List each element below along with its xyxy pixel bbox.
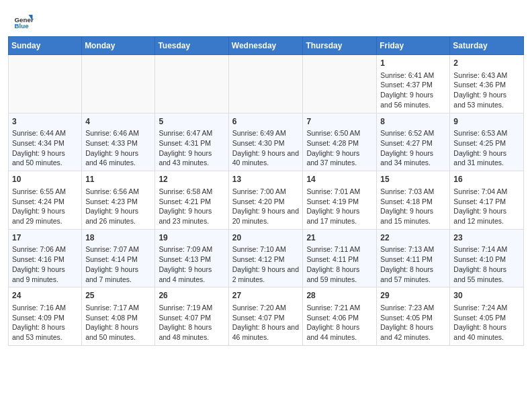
- day-number: 7: [306, 116, 373, 128]
- day-info-line: Daylight: 8 hours and 53 minutes.: [12, 322, 78, 342]
- day-info-line: Sunrise: 6:53 AM: [453, 128, 520, 138]
- calendar-cell: 20Sunrise: 7:10 AMSunset: 4:12 PMDayligh…: [228, 229, 303, 287]
- day-number: 14: [306, 174, 373, 185]
- day-info-line: Daylight: 9 hours and 17 minutes.: [306, 206, 373, 226]
- day-info-line: Sunset: 4:10 PM: [453, 255, 520, 265]
- day-info-line: Sunrise: 7:04 AM: [453, 187, 520, 197]
- calendar-cell: 24Sunrise: 7:16 AMSunset: 4:09 PMDayligh…: [9, 287, 82, 346]
- day-info-line: Daylight: 9 hours and 56 minutes.: [380, 90, 446, 109]
- day-info-line: Sunrise: 6:52 AM: [380, 128, 446, 138]
- calendar-body: 1Sunrise: 6:41 AMSunset: 4:37 PMDaylight…: [9, 55, 524, 346]
- calendar-cell: 13Sunrise: 7:00 AMSunset: 4:20 PMDayligh…: [228, 171, 303, 230]
- calendar-cell: 12Sunrise: 6:58 AMSunset: 4:21 PMDayligh…: [155, 171, 228, 230]
- day-info-line: Sunrise: 6:50 AM: [306, 128, 373, 138]
- day-number: 26: [159, 290, 224, 302]
- day-number: 11: [85, 174, 151, 185]
- day-number: 28: [306, 290, 373, 302]
- day-info-line: Sunset: 4:25 PM: [453, 138, 520, 148]
- weekday-header-sunday: Sunday: [9, 37, 82, 55]
- calendar-cell: 19Sunrise: 7:09 AMSunset: 4:13 PMDayligh…: [155, 229, 228, 287]
- day-info-line: Daylight: 9 hours and 15 minutes.: [380, 206, 446, 226]
- day-info-line: Sunset: 4:07 PM: [159, 313, 224, 323]
- day-info-line: Sunset: 4:11 PM: [306, 255, 373, 265]
- day-info-line: Sunset: 4:21 PM: [159, 197, 224, 207]
- day-number: 19: [159, 232, 224, 244]
- day-number: 24: [12, 290, 78, 302]
- day-info-line: Sunset: 4:06 PM: [306, 313, 373, 323]
- day-number: 21: [306, 232, 373, 244]
- day-info-line: Sunrise: 6:49 AM: [232, 128, 300, 138]
- day-info-line: Daylight: 9 hours and 4 minutes.: [159, 265, 224, 284]
- day-info-line: Daylight: 9 hours and 7 minutes.: [85, 265, 151, 284]
- day-number: 18: [85, 232, 151, 244]
- day-info-line: Sunrise: 6:58 AM: [159, 187, 224, 197]
- day-number: 8: [380, 116, 446, 128]
- day-info-line: Sunrise: 7:23 AM: [380, 303, 446, 313]
- calendar-cell: 9Sunrise: 6:53 AMSunset: 4:25 PMDaylight…: [450, 113, 524, 171]
- day-number: 6: [232, 116, 300, 128]
- day-number: 27: [232, 290, 300, 302]
- calendar-cell: [228, 55, 303, 113]
- calendar-cell: 11Sunrise: 6:56 AMSunset: 4:23 PMDayligh…: [82, 171, 155, 230]
- day-info-line: Sunrise: 7:20 AM: [232, 303, 300, 313]
- day-info-line: Sunset: 4:24 PM: [12, 197, 78, 207]
- day-info-line: Daylight: 9 hours and 26 minutes.: [85, 206, 151, 226]
- day-info-line: Daylight: 9 hours and 46 minutes.: [85, 148, 151, 168]
- day-info-line: Sunrise: 7:01 AM: [306, 187, 373, 197]
- calendar-cell: [155, 55, 228, 113]
- day-info-line: Sunset: 4:19 PM: [306, 197, 373, 207]
- day-number: 13: [232, 174, 300, 185]
- day-info-line: Daylight: 9 hours and 29 minutes.: [12, 206, 78, 226]
- svg-text:Blue: Blue: [15, 22, 30, 30]
- calendar-cell: 28Sunrise: 7:21 AMSunset: 4:06 PMDayligh…: [303, 287, 377, 346]
- calendar-cell: 17Sunrise: 7:06 AMSunset: 4:16 PMDayligh…: [9, 229, 82, 287]
- day-info-line: Sunset: 4:33 PM: [85, 138, 151, 148]
- day-info-line: Sunset: 4:16 PM: [12, 255, 78, 265]
- day-number: 22: [380, 232, 446, 244]
- calendar-cell: 5Sunrise: 6:47 AMSunset: 4:31 PMDaylight…: [155, 113, 228, 171]
- day-number: 1: [380, 58, 446, 69]
- day-info-line: Daylight: 8 hours and 55 minutes.: [453, 265, 520, 284]
- day-info-line: Sunrise: 7:13 AM: [380, 244, 446, 255]
- day-info-line: Sunrise: 7:21 AM: [306, 303, 373, 313]
- day-info-line: Sunset: 4:05 PM: [453, 313, 520, 323]
- day-number: 2: [453, 58, 520, 69]
- day-info-line: Sunset: 4:14 PM: [85, 255, 151, 265]
- calendar-cell: 2Sunrise: 6:43 AMSunset: 4:36 PMDaylight…: [450, 55, 524, 113]
- calendar-cell: 4Sunrise: 6:46 AMSunset: 4:33 PMDaylight…: [82, 113, 155, 171]
- day-number: 17: [12, 232, 78, 244]
- day-number: 5: [159, 116, 224, 128]
- calendar-cell: 26Sunrise: 7:19 AMSunset: 4:07 PMDayligh…: [155, 287, 228, 346]
- day-info-line: Sunrise: 7:14 AM: [453, 244, 520, 255]
- day-number: 20: [232, 232, 300, 244]
- day-number: 4: [85, 116, 151, 128]
- calendar-week-1: 1Sunrise: 6:41 AMSunset: 4:37 PMDaylight…: [9, 55, 524, 113]
- day-info-line: Sunrise: 7:11 AM: [306, 244, 373, 255]
- day-info-line: Sunset: 4:09 PM: [12, 313, 78, 323]
- day-info-line: Sunrise: 6:43 AM: [453, 71, 520, 81]
- day-info-line: Sunset: 4:18 PM: [380, 197, 446, 207]
- day-number: 9: [453, 116, 520, 128]
- calendar-cell: 8Sunrise: 6:52 AMSunset: 4:27 PMDaylight…: [377, 113, 450, 171]
- calendar-week-5: 24Sunrise: 7:16 AMSunset: 4:09 PMDayligh…: [9, 287, 524, 346]
- calendar-cell: [303, 55, 377, 113]
- day-info-line: Daylight: 9 hours and 50 minutes.: [12, 148, 78, 168]
- day-number: 16: [453, 174, 520, 185]
- day-number: 15: [380, 174, 446, 185]
- day-info-line: Daylight: 8 hours and 59 minutes.: [306, 265, 373, 284]
- calendar-week-3: 10Sunrise: 6:55 AMSunset: 4:24 PMDayligh…: [9, 171, 524, 230]
- calendar-cell: 16Sunrise: 7:04 AMSunset: 4:17 PMDayligh…: [450, 171, 524, 230]
- day-number: 10: [12, 174, 78, 185]
- calendar-week-2: 3Sunrise: 6:44 AMSunset: 4:34 PMDaylight…: [9, 113, 524, 171]
- calendar-cell: 25Sunrise: 7:17 AMSunset: 4:08 PMDayligh…: [82, 287, 155, 346]
- calendar-cell: 3Sunrise: 6:44 AMSunset: 4:34 PMDaylight…: [9, 113, 82, 171]
- day-info-line: Sunrise: 6:44 AM: [12, 128, 78, 138]
- day-info-line: Daylight: 9 hours and 31 minutes.: [453, 148, 520, 168]
- day-info-line: Sunset: 4:37 PM: [380, 80, 446, 90]
- weekday-header-saturday: Saturday: [450, 37, 524, 55]
- day-number: 25: [85, 290, 151, 302]
- day-info-line: Sunrise: 7:03 AM: [380, 187, 446, 197]
- logo[interactable]: General Blue: [13, 11, 34, 31]
- day-info-line: Daylight: 8 hours and 50 minutes.: [85, 322, 151, 342]
- day-number: 30: [453, 290, 520, 302]
